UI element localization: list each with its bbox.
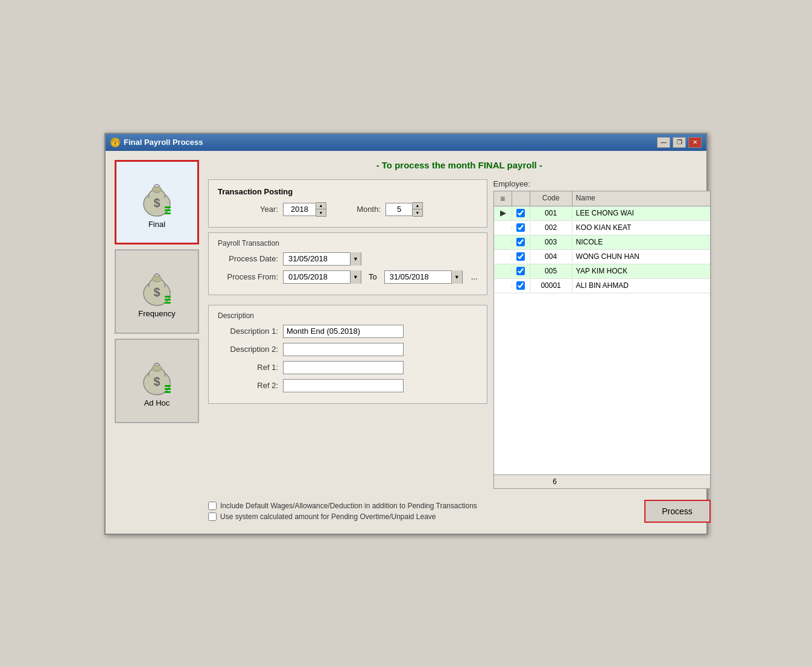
desc1-input[interactable] — [283, 325, 404, 338]
row-code-0: 001 — [530, 207, 573, 219]
svg-rect-9 — [165, 296, 171, 298]
process-button[interactable]: Process — [644, 500, 711, 523]
employee-checkbox-5[interactable] — [516, 281, 525, 290]
year-spinner[interactable]: ▲ ▼ — [283, 202, 326, 217]
employee-checkbox-1[interactable] — [516, 223, 525, 232]
sidebar-item-frequency[interactable]: $ Frequency — [115, 249, 199, 334]
row-name-0: LEE CHONG WAI — [573, 207, 710, 219]
row-arrow-1 — [494, 226, 512, 229]
close-button[interactable]: ✕ — [688, 137, 702, 148]
month-spinner-buttons: ▲ ▼ — [413, 202, 423, 217]
row-arrow-4 — [494, 269, 512, 273]
row-check-1[interactable] — [512, 222, 530, 234]
month-down-button[interactable]: ▼ — [413, 209, 422, 216]
table-row[interactable]: 003 NICOLE — [494, 235, 710, 250]
ref2-row: Ref 2: — [218, 379, 478, 392]
footer-cell-1 — [498, 477, 516, 486]
table-row[interactable]: 002 KOO KIAN KEAT — [494, 221, 710, 235]
ellipsis: ... — [471, 272, 478, 281]
svg-point-13 — [152, 365, 162, 371]
table-footer: 6 — [494, 474, 710, 488]
title-bar: 💰 Final Payroll Process — ❐ ✕ — [106, 134, 706, 151]
desc2-input[interactable] — [283, 343, 404, 356]
content-area: Transaction Posting Year: ▲ ▼ — [208, 179, 711, 489]
to-label: To — [369, 272, 377, 281]
option1-row: Include Default Wages/Allowance/Deductio… — [208, 502, 477, 510]
option2-row: Use system calculated amount for Pending… — [208, 512, 477, 521]
ref1-input[interactable] — [283, 361, 404, 374]
table-row[interactable]: 004 WONG CHUN HAN — [494, 250, 710, 264]
process-date-dropdown-arrow[interactable]: ▼ — [350, 252, 361, 266]
bottom-bar: Include Default Wages/Allowance/Deductio… — [208, 495, 711, 528]
process-date-label: Process Date: — [218, 254, 278, 263]
svg-text:$: $ — [153, 286, 160, 299]
process-to-dropdown[interactable]: 31/05/2018 ▼ — [384, 270, 463, 284]
sidebar-item-adhoc[interactable]: $ Ad Hoc — [115, 339, 199, 423]
adhoc-icon: $ — [136, 354, 178, 396]
row-check-3[interactable] — [512, 251, 530, 263]
process-to-value: 31/05/2018 — [385, 271, 451, 282]
desc2-label: Description 2: — [218, 345, 278, 354]
svg-rect-15 — [165, 385, 171, 387]
table-empty-space — [494, 293, 710, 474]
month-label: Month: — [344, 205, 381, 214]
desc1-label: Description 1: — [218, 327, 278, 336]
bottom-checks: Include Default Wages/Allowance/Deductio… — [208, 502, 477, 521]
col-check-header — [512, 191, 530, 206]
month-row: Month: ▲ ▼ — [344, 202, 423, 217]
process-from-dropdown[interactable]: 01/05/2018 ▼ — [283, 270, 361, 284]
svg-point-7 — [152, 276, 162, 282]
employee-section: Employee: ≡ Code Name — [493, 179, 711, 489]
minimize-button[interactable]: — — [657, 137, 670, 148]
main-window: 💰 Final Payroll Process — ❐ ✕ $ — [104, 133, 708, 535]
month-input[interactable] — [385, 203, 413, 216]
description-title: Description — [218, 311, 478, 320]
row-check-5[interactable] — [512, 279, 530, 292]
table-row[interactable]: ▶ 001 LEE CHONG WAI — [494, 206, 710, 221]
window-title: Final Payroll Process — [124, 138, 203, 147]
footer-cell-4 — [576, 477, 706, 486]
svg-text:$: $ — [153, 375, 160, 388]
table-row[interactable]: 00001 ALI BIN AHMAD — [494, 279, 710, 293]
year-spinner-buttons: ▲ ▼ — [316, 202, 326, 217]
employee-label: Employee: — [493, 179, 711, 188]
row-name-3: WONG CHUN HAN — [573, 251, 710, 263]
row-check-0[interactable] — [512, 207, 530, 219]
frequency-icon: $ — [136, 264, 178, 307]
process-date-dropdown[interactable]: 31/05/2018 ▼ — [283, 252, 361, 266]
process-from-value: 01/05/2018 — [284, 271, 350, 282]
row-arrow-0: ▶ — [494, 207, 512, 219]
month-spinner[interactable]: ▲ ▼ — [385, 202, 423, 217]
year-up-button[interactable]: ▲ — [316, 203, 326, 209]
employee-checkbox-4[interactable] — [516, 267, 525, 275]
sidebar-frequency-label: Frequency — [138, 309, 175, 318]
process-from-arrow[interactable]: ▼ — [350, 270, 361, 284]
ref2-input[interactable] — [283, 379, 404, 392]
row-arrow-5 — [494, 284, 512, 287]
employee-table: ≡ Code Name ▶ 001 LEE CHONG WAI — [493, 191, 711, 489]
option1-checkbox[interactable] — [208, 502, 217, 510]
option2-checkbox[interactable] — [208, 512, 217, 521]
employee-checkbox-3[interactable] — [516, 252, 525, 261]
svg-rect-17 — [165, 391, 171, 393]
row-check-2[interactable] — [512, 236, 530, 248]
col-code-header: Code — [530, 191, 573, 206]
row-code-1: 002 — [530, 222, 573, 234]
description-section: Description Description 1: Description 2… — [208, 305, 487, 404]
year-input[interactable] — [283, 203, 316, 216]
svg-point-1 — [152, 187, 162, 193]
month-up-button[interactable]: ▲ — [413, 203, 422, 209]
payroll-transaction-section: Payroll Transaction Process Date: 31/05/… — [208, 232, 487, 295]
restore-button[interactable]: ❐ — [673, 137, 686, 148]
col-select-header[interactable]: ≡ — [494, 191, 512, 206]
year-down-button[interactable]: ▼ — [316, 209, 326, 216]
year-row: Year: ▲ ▼ — [218, 202, 326, 217]
table-row[interactable]: 005 YAP KIM HOCK — [494, 264, 710, 279]
row-check-4[interactable] — [512, 265, 530, 277]
sidebar-item-final[interactable]: $ Final — [115, 160, 199, 244]
process-to-arrow[interactable]: ▼ — [451, 270, 462, 284]
employee-checkbox-0[interactable] — [516, 209, 525, 217]
option2-label: Use system calculated amount for Pending… — [220, 512, 436, 521]
employee-checkbox-2[interactable] — [516, 238, 525, 246]
row-arrow-2 — [494, 240, 512, 244]
